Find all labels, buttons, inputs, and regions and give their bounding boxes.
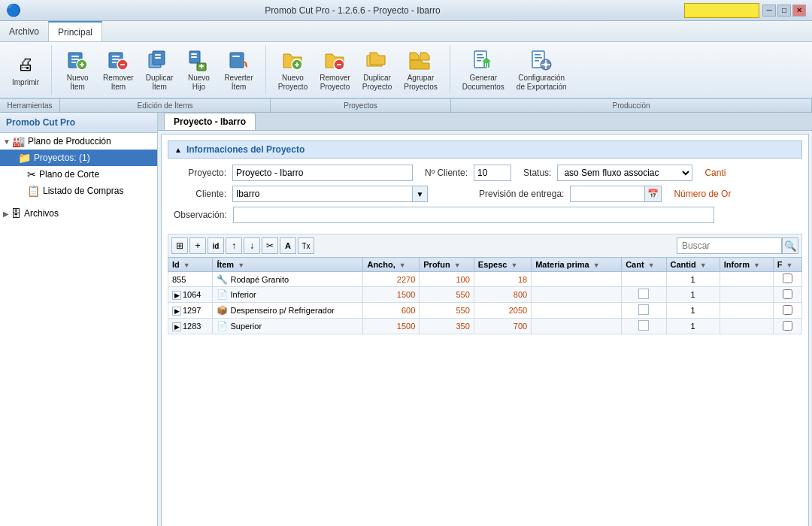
nuevo-item-label: NuevoÍtem (67, 74, 89, 92)
table-row[interactable]: 855 🔧 Rodapé Granito 2270 100 18 1 (168, 272, 802, 287)
nuevo-hijo-button[interactable]: NuevoHijo (179, 45, 218, 95)
sidebar-item-plano-corte[interactable]: ✂ Plano de Corte (0, 166, 157, 183)
expand-button[interactable]: ▶ (172, 291, 181, 300)
svg-rect-24 (232, 56, 240, 57)
sidebar-item-listado-compras[interactable]: 📋 Listado de Compras (0, 183, 157, 199)
cant-checkbox[interactable] (638, 304, 649, 315)
filter-espesc-icon[interactable]: ▼ (511, 261, 517, 269)
svg-rect-32 (477, 57, 484, 59)
form-area: Proyecto: Nº Cliente: Status: aso Sem fl… (168, 165, 802, 234)
cell-espesc: 800 (474, 287, 531, 303)
filter-materia-icon[interactable]: ▼ (593, 261, 600, 269)
table-btn-down[interactable]: ↓ (244, 237, 260, 254)
cell-f (773, 319, 801, 334)
table-row[interactable]: ▶1297 📦 Despenseiro p/ Refrigerador 600 … (168, 303, 802, 319)
table-btn-tx[interactable]: Tx (298, 237, 314, 254)
toolbar-section-proyectos: NuevoProyecto RemoverProyecto DuplicarPr… (266, 45, 450, 95)
cliente-dropdown-icon[interactable]: ▼ (413, 186, 428, 202)
filter-id-icon[interactable]: ▼ (183, 261, 190, 269)
generar-documentos-icon (471, 48, 495, 72)
table-btn-a[interactable]: A (280, 237, 296, 254)
nuevo-proyecto-button[interactable]: NuevoProyecto (272, 45, 314, 95)
table-btn-cut[interactable]: ✂ (262, 237, 278, 254)
minimize-button[interactable]: ─ (762, 5, 776, 17)
filter-item-icon[interactable]: ▼ (238, 261, 244, 269)
imprimir-button[interactable]: 🖨 Imprimir (6, 50, 45, 90)
table-btn-add[interactable]: + (189, 237, 206, 254)
filter-ancho-icon[interactable]: ▼ (399, 261, 406, 269)
table-row[interactable]: ▶1064 📄 Inferior 1500 550 800 1 (168, 287, 802, 303)
svg-rect-2 (71, 59, 79, 60)
menu-archivo[interactable]: Archivo (0, 21, 48, 41)
sidebar-item-proyectos[interactable]: 📁 Proyectos: (1) (0, 150, 157, 166)
col-profun: Profun ▼ (420, 258, 474, 272)
filter-profun-icon[interactable]: ▼ (454, 261, 461, 269)
configuracion-exportacion-label: Configuraciónde Exportación (517, 74, 567, 92)
expand-button[interactable]: ▶ (172, 322, 181, 331)
observacion-input[interactable] (233, 207, 714, 223)
table-btn-grid[interactable]: ⊞ (171, 237, 188, 254)
section-header-informaciones[interactable]: ▲ Informaciones del Proyecto (168, 141, 802, 159)
cell-f (773, 272, 801, 287)
configuracion-exportacion-button[interactable]: Configuraciónde Exportación (511, 45, 573, 95)
duplicar-item-button[interactable]: DuplicarÍtem (140, 45, 180, 95)
cant-checkbox[interactable] (638, 320, 649, 331)
filter-cant1-icon[interactable]: ▼ (648, 261, 655, 269)
title-search-input[interactable] (684, 3, 759, 18)
col-cant1: Cant ▼ (622, 258, 666, 272)
calendar-button[interactable]: 📅 (645, 186, 662, 202)
status-select[interactable]: aso Sem fluxo associac (557, 165, 692, 181)
section-title: Informaciones del Proyecto (186, 144, 304, 155)
svg-rect-18 (191, 53, 197, 55)
search-button[interactable]: 🔍 (782, 237, 798, 254)
search-input[interactable] (677, 237, 782, 254)
cant-checkbox[interactable] (638, 289, 649, 299)
filter-cantid-icon[interactable]: ▼ (700, 261, 707, 269)
maximize-button[interactable]: □ (777, 5, 791, 17)
archivos-label: Archivos (24, 208, 59, 219)
duplicar-proyecto-button[interactable]: DuplicarProyecto (356, 45, 398, 95)
menu-principal[interactable]: Principal (48, 21, 102, 41)
close-button[interactable]: ✕ (792, 5, 806, 17)
nuevo-proyecto-icon (280, 48, 304, 72)
cliente-label: Cliente: (174, 189, 226, 199)
reverter-item-button[interactable]: ReverterÍtem (218, 45, 259, 95)
main-layout: Promob Cut Pro ▼ 🏭 Plano de Producción 📁… (0, 113, 812, 526)
cell-ancho: 2270 (363, 272, 420, 287)
remover-item-button[interactable]: RemoverItem (97, 45, 140, 95)
svg-rect-33 (477, 60, 481, 62)
sidebar-item-archivos[interactable]: ▶ 🗄 Archivos (0, 205, 157, 222)
filter-inform-icon[interactable]: ▼ (753, 261, 760, 269)
filter-f-icon[interactable]: ▼ (786, 261, 793, 269)
row-checkbox[interactable] (783, 321, 792, 331)
cliente-input[interactable] (232, 186, 413, 202)
row-checkbox[interactable] (783, 305, 792, 315)
prevision-date-input[interactable] (570, 186, 645, 202)
agrupar-proyectos-button[interactable]: AgruparProyectos (398, 45, 443, 95)
row-checkbox[interactable] (783, 289, 792, 299)
svg-rect-12 (120, 64, 125, 65)
printer-icon: 🖨 (14, 53, 38, 77)
table-row[interactable]: ▶1283 📄 Superior 1500 350 700 1 (168, 319, 802, 334)
svg-rect-22 (201, 64, 202, 68)
row-checkbox[interactable] (783, 274, 792, 283)
cell-item: 📄 Inferior (213, 287, 363, 303)
cell-cantid: 1 (666, 303, 720, 319)
col-cantid: Cantid ▼ (666, 258, 720, 272)
table-btn-up[interactable]: ↑ (226, 237, 242, 254)
nuevo-hijo-icon (186, 48, 211, 72)
svg-rect-31 (477, 54, 483, 56)
expand-button[interactable]: ▶ (172, 307, 181, 316)
nuevo-item-button[interactable]: NuevoÍtem (58, 45, 97, 95)
proyecto-input[interactable] (232, 165, 413, 181)
nro-cliente-input[interactable] (474, 165, 511, 181)
sidebar-item-plano-produccion[interactable]: ▼ 🏭 Plano de Producción (0, 133, 157, 150)
remover-proyecto-button[interactable]: RemoverProyecto (314, 45, 356, 95)
toolbar-section-produccion: GenerarDocumentos Configuraciónde Export… (450, 45, 579, 95)
generar-documentos-button[interactable]: GenerarDocumentos (456, 45, 511, 95)
tab-proyecto-ibarro[interactable]: Proyecto - Ibarro (164, 113, 256, 130)
svg-rect-16 (155, 57, 161, 59)
svg-rect-36 (535, 57, 542, 59)
reverter-item-label: ReverterÍtem (224, 74, 253, 92)
table-btn-id[interactable]: id (208, 237, 224, 254)
